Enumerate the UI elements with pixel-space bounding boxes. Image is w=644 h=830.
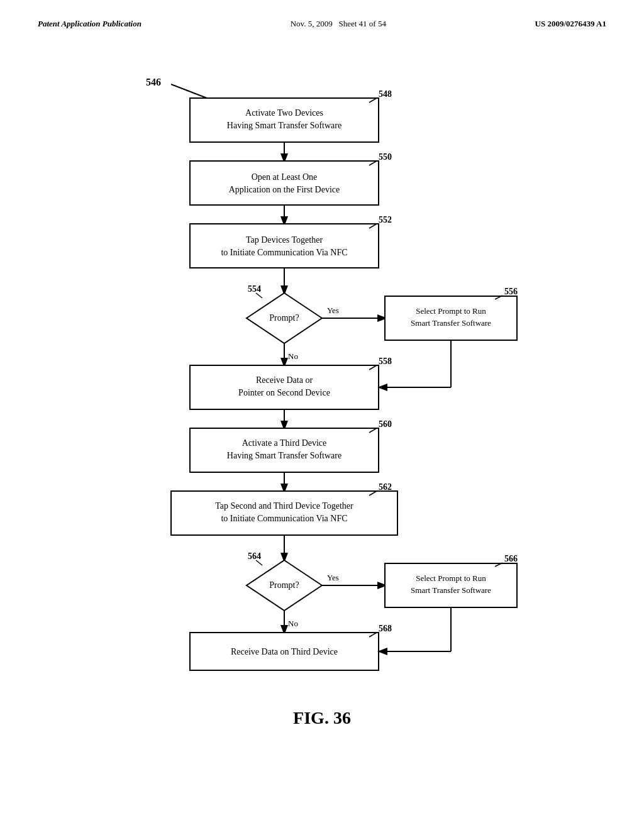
svg-text:Select Prompt to Run: Select Prompt to Run xyxy=(416,306,486,316)
svg-text:560: 560 xyxy=(379,419,392,429)
svg-text:Having Smart Transfer Software: Having Smart Transfer Software xyxy=(227,451,341,460)
svg-text:552: 552 xyxy=(379,215,392,224)
svg-text:562: 562 xyxy=(379,482,392,492)
svg-text:Application on the First Devic: Application on the First Device xyxy=(229,185,340,194)
svg-text:Having Smart Transfer Software: Having Smart Transfer Software xyxy=(227,121,341,130)
svg-text:Select Prompt to Run: Select Prompt to Run xyxy=(416,573,486,583)
svg-rect-2 xyxy=(190,98,379,142)
svg-text:Tap Devices Together: Tap Devices Together xyxy=(246,235,323,245)
svg-text:556: 556 xyxy=(504,287,518,296)
svg-text:Prompt?: Prompt? xyxy=(269,313,299,323)
svg-text:Open at Least One: Open at Least One xyxy=(252,172,318,182)
svg-text:566: 566 xyxy=(504,554,518,563)
svg-text:554: 554 xyxy=(248,284,261,294)
svg-text:Smart Transfer Software: Smart Transfer Software xyxy=(411,585,491,595)
svg-text:Smart Transfer Software: Smart Transfer Software xyxy=(411,318,491,328)
svg-text:to Initiate Communication Via : to Initiate Communication Via NFC xyxy=(221,248,347,257)
svg-text:568: 568 xyxy=(379,624,392,633)
svg-text:548: 548 xyxy=(379,89,392,99)
svg-text:550: 550 xyxy=(379,152,392,162)
svg-text:Tap Second and Third Device To: Tap Second and Third Device Together xyxy=(215,501,353,511)
svg-text:Activate a Third Device: Activate a Third Device xyxy=(242,438,327,448)
header-date-sheet: Nov. 5, 2009 Sheet 41 of 54 xyxy=(291,19,386,29)
svg-text:No: No xyxy=(288,351,298,361)
svg-line-23 xyxy=(256,293,262,298)
svg-text:Yes: Yes xyxy=(327,306,339,315)
svg-text:Activate Two Devices: Activate Two Devices xyxy=(245,108,323,118)
svg-rect-8 xyxy=(190,161,379,205)
flowchart-svg: 546 Activate Two Devices Having Smart Tr… xyxy=(64,29,580,758)
header-patent-num: US 2009/0276439 A1 xyxy=(535,19,606,29)
svg-rect-47 xyxy=(171,491,397,535)
svg-rect-41 xyxy=(190,428,379,472)
svg-rect-14 xyxy=(190,224,379,268)
svg-text:564: 564 xyxy=(248,551,261,561)
svg-text:Yes: Yes xyxy=(327,573,339,582)
svg-line-56 xyxy=(256,560,262,565)
svg-text:Pointer on Second Device: Pointer on Second Device xyxy=(238,388,330,397)
svg-text:Prompt?: Prompt? xyxy=(269,580,299,590)
header-publication: Patent Application Publication xyxy=(38,19,142,29)
header: Patent Application Publication Nov. 5, 2… xyxy=(0,0,644,29)
svg-text:558: 558 xyxy=(379,357,392,366)
patent-page: Patent Application Publication Nov. 5, 2… xyxy=(0,0,644,830)
svg-text:Receive Data on Third Device: Receive Data on Third Device xyxy=(231,647,338,656)
svg-text:546: 546 xyxy=(146,77,161,87)
svg-text:No: No xyxy=(288,619,298,628)
svg-rect-33 xyxy=(190,365,379,409)
svg-text:to Initiate Communication Via : to Initiate Communication Via NFC xyxy=(221,514,347,523)
svg-text:Receive Data or: Receive Data or xyxy=(256,375,313,385)
